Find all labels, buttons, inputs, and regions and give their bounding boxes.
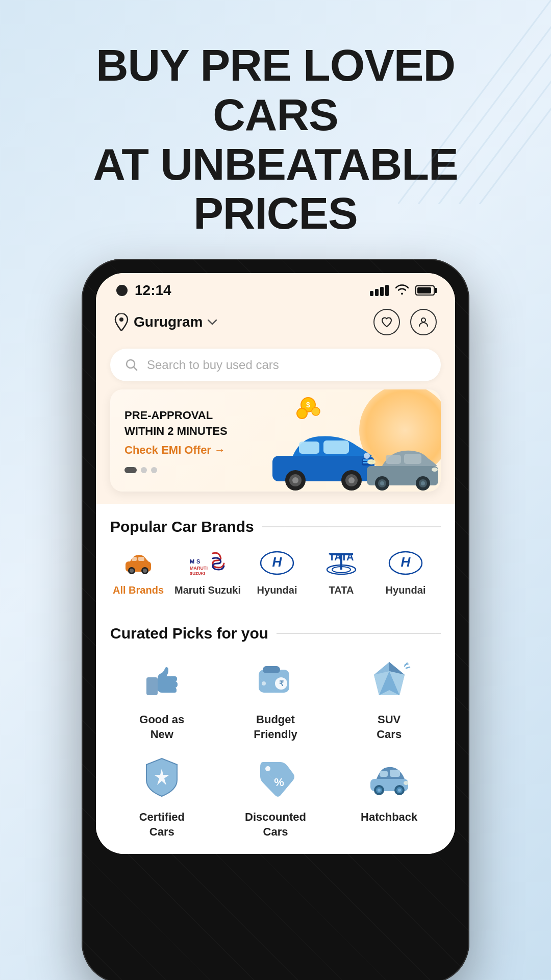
- brand-name-all: All Brands: [113, 584, 164, 596]
- location-selector[interactable]: Gurugram: [114, 313, 217, 331]
- section-divider: [262, 526, 441, 527]
- brand-item-all[interactable]: All Brands: [110, 548, 166, 596]
- search-bar[interactable]: Search to buy used cars: [110, 349, 441, 381]
- pick-budget-friendly[interactable]: ₹ BudgetFriendly: [224, 654, 328, 742]
- location-pin-icon: [114, 313, 129, 331]
- section-divider-2: [277, 633, 441, 634]
- curated-picks-grid: Good asNew ₹ BudgetFriend: [110, 654, 441, 853]
- budget-friendly-label: BudgetFriendly: [254, 713, 297, 742]
- camera-dot: [116, 285, 128, 296]
- pick-discounted-cars[interactable]: % DiscountedCars: [224, 752, 328, 839]
- brand-name-hyundai1: Hyundai: [257, 584, 297, 596]
- hyundai2-logo: H: [385, 548, 426, 578]
- good-as-new-icon: [136, 654, 187, 705]
- brand-item-tata[interactable]: TATA TATA: [313, 548, 369, 596]
- svg-point-35: [432, 468, 438, 472]
- budget-friendly-icon: ₹: [250, 654, 301, 705]
- svg-point-11: [312, 407, 320, 415]
- svg-rect-14: [323, 440, 349, 454]
- suv-cars-label: SUVCars: [377, 713, 402, 742]
- hatchback-icon: [364, 752, 415, 803]
- svg-text:S: S: [196, 558, 200, 565]
- svg-point-34: [421, 481, 425, 485]
- good-as-new-label: Good asNew: [139, 713, 184, 742]
- top-nav: Gurugram: [96, 304, 455, 344]
- svg-point-77: [378, 789, 381, 792]
- svg-rect-56: [146, 677, 158, 695]
- phone-screen: 12:14: [96, 273, 455, 853]
- phone-frame: 12:14: [82, 259, 469, 980]
- hatchback-label: Hatchback: [361, 810, 417, 825]
- profile-button[interactable]: [410, 309, 437, 335]
- svg-point-61: [262, 681, 266, 685]
- svg-point-42: [143, 569, 147, 573]
- status-icons: [370, 283, 435, 298]
- wifi-icon: [395, 283, 409, 298]
- chevron-down-icon: [208, 316, 217, 328]
- svg-rect-13: [299, 442, 319, 454]
- discounted-cars-label: DiscountedCars: [245, 810, 306, 839]
- svg-text:%: %: [274, 776, 284, 789]
- pick-good-as-new[interactable]: Good asNew: [110, 654, 214, 742]
- certified-cars-icon: [136, 752, 187, 803]
- battery-icon: [415, 285, 435, 296]
- brand-item-hyundai1[interactable]: H Hyundai: [249, 548, 305, 596]
- signal-icon: [370, 285, 389, 296]
- maruti-logo: M S MARUTI SUZUKI: [187, 548, 228, 578]
- emi-cta-link[interactable]: Check EMI Offer →: [124, 444, 228, 457]
- svg-rect-37: [132, 557, 137, 561]
- svg-text:M: M: [190, 558, 194, 565]
- heart-icon: [381, 316, 393, 328]
- search-container: Search to buy used cars: [96, 344, 455, 389]
- svg-line-67: [406, 667, 410, 668]
- dot-active: [124, 467, 137, 473]
- svg-rect-73: [380, 771, 388, 777]
- svg-text:MARUTI: MARUTI: [190, 566, 208, 571]
- emi-banner[interactable]: $ PRE-APPROVAL WITHIN 2 MINUTES Check EM…: [110, 389, 441, 492]
- svg-rect-74: [390, 770, 400, 777]
- svg-point-24: [348, 477, 355, 483]
- popular-brands-section: Popular Car Brands: [96, 504, 455, 610]
- certified-cars-label: CertifiedCars: [139, 810, 185, 839]
- svg-point-70: [265, 766, 270, 771]
- dot-1: [141, 467, 147, 473]
- svg-point-5: [119, 317, 123, 322]
- favorites-button[interactable]: [373, 309, 400, 335]
- svg-rect-28: [404, 454, 421, 464]
- svg-point-81: [404, 781, 409, 785]
- svg-point-80: [398, 789, 401, 792]
- hero-section: BUY PRE LOVED CARS AT UNBEATABLE PRICES: [0, 0, 551, 259]
- svg-point-31: [380, 481, 384, 485]
- brand-item-hyundai2[interactable]: H Hyundai: [378, 548, 434, 596]
- svg-text:H: H: [401, 554, 411, 570]
- banner-title: PRE-APPROVAL WITHIN 2 MINUTES: [124, 408, 228, 439]
- hyundai1-logo: H: [257, 548, 297, 578]
- location-name: Gurugram: [134, 314, 203, 330]
- svg-text:$: $: [306, 401, 310, 409]
- suv-cars-icon: [364, 654, 415, 705]
- brand-name-maruti: Maruti Suzuki: [174, 584, 241, 596]
- gray-car-illustration: [364, 440, 441, 492]
- curated-picks-section: Curated Picks for you Good asNew: [96, 610, 455, 853]
- svg-text:H: H: [272, 554, 283, 570]
- svg-text:SUZUKI: SUZUKI: [190, 571, 205, 576]
- pick-suv-cars[interactable]: SUVCars: [337, 654, 441, 742]
- pick-hatchback[interactable]: Hatchback: [337, 752, 441, 839]
- popular-brands-title: Popular Car Brands: [110, 518, 254, 535]
- banner-cars: [267, 425, 441, 492]
- pick-certified-cars[interactable]: CertifiedCars: [110, 752, 214, 839]
- svg-point-10: [297, 408, 307, 419]
- svg-rect-27: [386, 455, 401, 464]
- brand-item-maruti[interactable]: M S MARUTI SUZUKI Maruti Suzuki: [174, 548, 241, 596]
- banner-pagination: [124, 467, 228, 473]
- curated-picks-header: Curated Picks for you: [110, 610, 441, 654]
- status-time: 12:14: [116, 282, 171, 299]
- tata-logo: TATA: [321, 548, 362, 578]
- curated-picks-title: Curated Picks for you: [110, 625, 268, 642]
- brand-name-tata: TATA: [329, 584, 354, 596]
- svg-rect-38: [138, 557, 144, 561]
- svg-rect-58: [263, 666, 280, 673]
- blue-suv-illustration: [267, 425, 380, 492]
- svg-text:TATA: TATA: [329, 551, 354, 562]
- status-bar: 12:14: [96, 273, 455, 304]
